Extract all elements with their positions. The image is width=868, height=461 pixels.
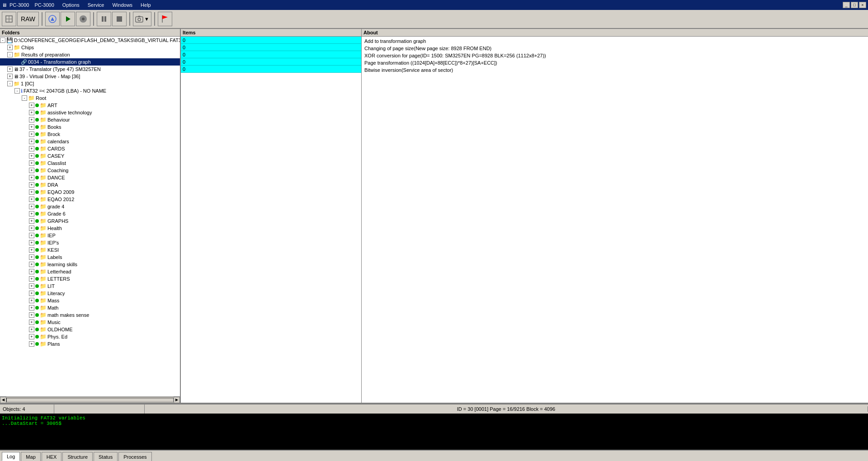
expand-art[interactable]: + xyxy=(29,103,34,108)
expand-root[interactable]: - xyxy=(0,38,5,43)
tree-container[interactable]: - 💾 D:\CONFERENCE_GEORGE\FLASH_DEMO_TASK… xyxy=(0,37,180,396)
tree-item-oldhome[interactable]: + 📁 OLDHOME xyxy=(0,326,180,333)
tree-item-math[interactable]: + 📁 Math xyxy=(0,304,180,311)
expand-grade4[interactable]: + xyxy=(29,204,34,209)
tree-item-behaviour[interactable]: + 📁 Behaviour xyxy=(0,116,180,123)
tree-item-mass[interactable]: + 📁 Mass xyxy=(0,297,180,304)
scroll-track[interactable] xyxy=(6,398,174,402)
tree-item-labels[interactable]: + 📁 Labels xyxy=(0,254,180,261)
items-row-3[interactable]: 0 xyxy=(181,58,361,66)
tool-button[interactable] xyxy=(2,12,16,26)
items-row-0[interactable]: 0 xyxy=(181,37,361,44)
expand-eqao2012[interactable]: + xyxy=(29,197,34,202)
expand-fat32[interactable]: - xyxy=(14,88,20,94)
expand-iep[interactable]: + xyxy=(29,233,34,238)
stop-button[interactable] xyxy=(112,12,127,26)
tree-item-graphs[interactable]: + 📁 GRAPHS xyxy=(0,217,180,225)
pause-button[interactable] xyxy=(97,12,111,26)
tree-item-literacy[interactable]: + 📁 Literacy xyxy=(0,290,180,297)
expand-labels[interactable]: + xyxy=(29,254,34,260)
expand-behaviour[interactable]: + xyxy=(29,117,34,122)
tree-item-letters[interactable]: + 📁 LETTERS xyxy=(0,275,180,282)
expand-mass[interactable]: + xyxy=(29,298,34,303)
tree-item-eqao2012[interactable]: + 📁 EQAO 2012 xyxy=(0,196,180,203)
menu-item-help[interactable]: Help xyxy=(138,2,154,8)
expand-ieps[interactable]: + xyxy=(29,240,34,245)
expand-translator[interactable]: + xyxy=(7,66,13,72)
items-row-2[interactable]: 0 xyxy=(181,51,361,58)
expand-0c[interactable]: - xyxy=(7,81,13,86)
tree-item-brock[interactable]: + 📁 Brock xyxy=(0,131,180,138)
items-row-4[interactable]: 0 xyxy=(181,66,361,73)
tree-item-classlist[interactable]: + 📁 Classlist xyxy=(0,160,180,167)
expand-health[interactable]: + xyxy=(29,226,34,231)
raw-button[interactable]: RAW xyxy=(17,12,39,26)
maximize-button[interactable]: □ xyxy=(851,2,858,8)
tab-log[interactable]: Log xyxy=(2,452,20,461)
tree-item-0c[interactable]: - 📁 1 [0C] xyxy=(0,80,180,87)
tree-item-ieps[interactable]: + 📁 IEP's xyxy=(0,239,180,246)
items-row-1[interactable]: 0 xyxy=(181,44,361,51)
tree-item-physed[interactable]: + 📁 Phys. Ed xyxy=(0,333,180,340)
expand-learning[interactable]: + xyxy=(29,262,34,267)
tree-item-fat32[interactable]: - ℹ FAT32 =< 2047GB (LBA) - NO NAME xyxy=(0,87,180,94)
minimize-button[interactable]: _ xyxy=(843,2,850,8)
tree-item-translator[interactable]: + 🖥 37 - Translator (Type 47) SM3257EN xyxy=(0,66,180,73)
expand-calendars[interactable]: + xyxy=(29,139,34,144)
expand-casey[interactable]: + xyxy=(29,153,34,159)
disk-button[interactable] xyxy=(76,12,90,26)
tree-item-results[interactable]: - 📁 Results of preparation xyxy=(0,51,180,58)
expand-math[interactable]: + xyxy=(29,305,34,310)
expand-letters[interactable]: + xyxy=(29,276,34,282)
tree-item-grade6[interactable]: + 📁 Grade 6 xyxy=(0,210,180,217)
tab-processes[interactable]: Processes xyxy=(118,452,151,461)
export-button[interactable] xyxy=(45,12,60,26)
tree-item-cards[interactable]: + 📁 CARDS xyxy=(0,145,180,152)
play-button[interactable] xyxy=(61,12,75,26)
expand-letterhead[interactable]: + xyxy=(29,269,34,274)
tree-item-iep[interactable]: + 📁 IEP xyxy=(0,232,180,239)
expand-dance[interactable]: + xyxy=(29,175,34,180)
expand-coaching[interactable]: + xyxy=(29,168,34,173)
tree-item-virtual-drive[interactable]: + 🖥 39 - Virtual Drive - Map [36] xyxy=(0,73,180,80)
tree-item-dance[interactable]: + 📁 DANCE xyxy=(0,174,180,181)
flag-button[interactable] xyxy=(158,12,172,26)
tree-item-grade4[interactable]: + 📁 grade 4 xyxy=(0,203,180,210)
tree-item-assistive[interactable]: + 📁 assistive technology xyxy=(0,109,180,116)
menu-item-pc3000[interactable]: PC-3000 xyxy=(32,2,57,8)
tree-item-dra[interactable]: + 📁 DRA xyxy=(0,181,180,188)
tab-map[interactable]: Map xyxy=(21,452,40,461)
close-button[interactable]: × xyxy=(859,2,866,8)
tree-item-kesi[interactable]: + 📁 KESI xyxy=(0,246,180,254)
tree-item-letterhead[interactable]: + 📁 Letterhead xyxy=(0,268,180,275)
menu-item-options[interactable]: Options xyxy=(60,2,82,8)
expand-graphs[interactable]: + xyxy=(29,218,34,224)
horizontal-scrollbar[interactable]: ◀ ▶ xyxy=(0,396,180,403)
camera-dropdown[interactable]: ▼ xyxy=(133,12,151,26)
tree-item-coaching[interactable]: + 📁 Coaching xyxy=(0,167,180,174)
tree-item-music[interactable]: + 📁 Music xyxy=(0,319,180,326)
tree-item-mathsense[interactable]: + 📁 math makes sense xyxy=(0,311,180,319)
expand-music[interactable]: + xyxy=(29,320,34,325)
expand-plans[interactable]: + xyxy=(29,341,34,347)
expand-root-folder[interactable]: - xyxy=(22,95,27,101)
expand-classlist[interactable]: + xyxy=(29,160,34,166)
expand-dra[interactable]: + xyxy=(29,182,34,188)
tree-item-calendars[interactable]: + 📁 calendars xyxy=(0,138,180,145)
expand-mathsense[interactable]: + xyxy=(29,312,34,318)
menu-item-windows[interactable]: Windows xyxy=(109,2,135,8)
expand-physed[interactable]: + xyxy=(29,334,34,339)
tree-item-root-folder[interactable]: - 📁 Root xyxy=(0,94,180,102)
menu-item-service[interactable]: Service xyxy=(85,2,107,8)
tree-item-plans[interactable]: + 📁 Plans xyxy=(0,340,180,348)
tab-hex[interactable]: HEX xyxy=(42,452,62,461)
expand-lit[interactable]: + xyxy=(29,283,34,289)
tree-item-transformation[interactable]: 🔗 0034 - Transformation graph xyxy=(0,58,180,66)
scroll-right-arrow[interactable]: ▶ xyxy=(174,397,180,403)
tree-item-lit[interactable]: + 📁 LIT xyxy=(0,282,180,290)
tree-item-chips[interactable]: + 📁 Chips xyxy=(0,44,180,51)
tree-item-art[interactable]: + 📁 ART xyxy=(0,102,180,109)
expand-chips[interactable]: + xyxy=(7,45,13,50)
tab-structure[interactable]: Structure xyxy=(62,452,93,461)
tree-item-root-drive[interactable]: - 💾 D:\CONFERENCE_GEORGE\FLASH_DEMO_TASK… xyxy=(0,37,180,44)
